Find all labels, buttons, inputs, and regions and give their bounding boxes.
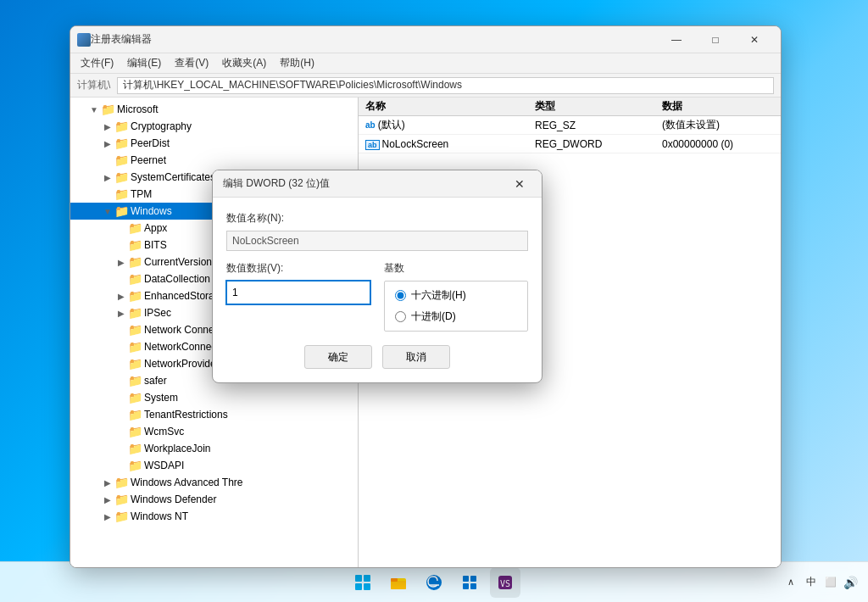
dialog-title-bar: 编辑 DWORD (32 位)值 ✕	[213, 170, 542, 198]
windows-logo	[355, 575, 370, 590]
start-button[interactable]	[348, 567, 378, 598]
tree-item-microsoft[interactable]: ▼ 📁 Microsoft	[70, 101, 358, 118]
expand-currentversion: ▶	[114, 255, 128, 269]
tree-item-tenantrestrictions[interactable]: ▶ 📁 TenantRestrictions	[70, 406, 358, 423]
expand-systemcertificates: ▶	[101, 170, 114, 184]
store-button[interactable]	[454, 567, 485, 598]
header-type: 类型	[528, 99, 655, 114]
radio-hex-label[interactable]: 十六进制(H)	[411, 288, 466, 303]
svg-rect-2	[391, 578, 398, 582]
tree-item-wcmsvc[interactable]: ▶ 📁 WcmSvc	[70, 423, 358, 440]
close-button[interactable]: ✕	[735, 26, 774, 53]
address-bar: 计算机\ 计算机\HKEY_LOCAL_MACHINE\SOFTWARE\Pol…	[70, 74, 781, 98]
folder-icon-tpm: 📁	[114, 187, 128, 201]
desktop: 注册表编辑器 — □ ✕ 文件(F) 编辑(E) 查看(V) 收藏夹(A) 帮助…	[0, 0, 868, 602]
expand-ipsec: ▶	[114, 306, 128, 320]
dialog-value-col: 数值数据(V):	[226, 261, 370, 332]
taskbar-right: ∧ 中 ⬜ 🔊	[784, 575, 861, 589]
menu-edit[interactable]: 编辑(E)	[120, 54, 168, 72]
expand-microsoft: ▼	[87, 103, 101, 116]
dialog-title: 编辑 DWORD (32 位)值	[223, 176, 508, 191]
expand-datacollection: ▶	[114, 272, 128, 286]
devhome-button[interactable]: VS	[490, 567, 520, 598]
maximize-button[interactable]: □	[696, 26, 735, 53]
tree-item-windowsnt[interactable]: ▶ 📁 Windows NT	[70, 508, 358, 525]
tree-item-windowsadvanced[interactable]: ▶ 📁 Windows Advanced Thre	[70, 474, 358, 491]
minimize-button[interactable]: —	[657, 26, 696, 53]
language-indicator[interactable]: 中	[801, 575, 821, 589]
expand-windowsadvanced: ▶	[101, 476, 114, 489]
tree-item-peernet[interactable]: ▶ 📁 Peernet	[70, 152, 358, 169]
taskbar-center: VS	[348, 567, 520, 598]
folder-icon-wsdapi: 📁	[128, 459, 142, 472]
menu-bar: 文件(F) 编辑(E) 查看(V) 收藏夹(A) 帮助(H)	[70, 53, 781, 74]
menu-favorites[interactable]: 收藏夹(A)	[215, 54, 273, 72]
folder-icon-enhancedstorage: 📁	[128, 289, 142, 303]
expand-peerdist: ▶	[101, 137, 114, 150]
folder-icon-networkproviders: 📁	[128, 357, 142, 371]
radio-hex-row: 十六进制(H)	[395, 288, 517, 303]
file-explorer-button[interactable]	[383, 567, 414, 598]
folder-icon-microsoft: 📁	[101, 103, 114, 116]
menu-file[interactable]: 文件(F)	[74, 54, 120, 72]
value-name-default: ab(默认)	[359, 118, 528, 132]
title-bar: 注册表编辑器 — □ ✕	[70, 26, 781, 53]
values-header: 名称 类型 数据	[359, 98, 781, 116]
dialog-body: 数值名称(N): 数值数据(V): 基数 十六进制(H	[213, 198, 542, 382]
expand-wsdapi: ▶	[114, 459, 128, 472]
folder-icon-ipsec: 📁	[128, 306, 142, 320]
dialog-close-button[interactable]: ✕	[508, 172, 531, 196]
edit-dword-dialog: 编辑 DWORD (32 位)值 ✕ 数值名称(N): 数值数据(V): 基数	[212, 170, 542, 383]
expand-cryptography: ▶	[101, 120, 114, 133]
address-path[interactable]: 计算机\HKEY_LOCAL_MACHINE\SOFTWARE\Policies…	[117, 77, 774, 94]
cancel-button[interactable]: 取消	[382, 345, 450, 369]
expand-networkconnect: ▶	[114, 323, 128, 337]
dialog-row: 数值数据(V): 基数 十六进制(H)	[226, 261, 528, 332]
radio-dec-row: 十进制(D)	[395, 309, 517, 324]
menu-view[interactable]: 查看(V)	[168, 54, 215, 72]
dialog-base-col: 基数 十六进制(H) 十进制(D)	[384, 261, 528, 332]
tree-item-peerdist[interactable]: ▶ 📁 PeerDist	[70, 135, 358, 152]
folder-icon-appx: 📁	[128, 221, 142, 235]
folder-icon-system: 📁	[128, 391, 142, 404]
svg-rect-7	[470, 583, 476, 589]
expand-workplacejoin: ▶	[114, 442, 128, 455]
title-bar-buttons: — □ ✕	[657, 26, 774, 53]
folder-icon-datacollection: 📁	[128, 272, 142, 286]
tree-item-workplacejoin[interactable]: ▶ 📁 WorkplaceJoin	[70, 440, 358, 457]
svg-rect-4	[463, 576, 469, 582]
tree-item-wsdapi[interactable]: ▶ 📁 WSDAPI	[70, 457, 358, 474]
speaker-icon[interactable]: 🔊	[840, 576, 861, 589]
file-explorer-icon	[390, 574, 407, 591]
expand-windowsnt: ▶	[101, 510, 114, 523]
screen-icon[interactable]: ⬜	[825, 577, 837, 588]
chevron-up-icon[interactable]: ∧	[784, 577, 798, 588]
folder-icon-windowsadvanced: 📁	[114, 476, 128, 489]
dialog-value-input[interactable]	[226, 281, 370, 304]
radio-hex[interactable]	[395, 290, 406, 301]
value-name-nolock: abNoLockScreen	[359, 138, 528, 150]
tree-item-windowsdefender[interactable]: ▶ 📁 Windows Defender	[70, 491, 358, 508]
tree-item-cryptography[interactable]: ▶ 📁 Cryptography	[70, 118, 358, 135]
edge-button[interactable]	[419, 567, 449, 598]
expand-windows: ▼	[101, 204, 114, 218]
radio-dec[interactable]	[395, 311, 406, 322]
dialog-name-input[interactable]	[226, 231, 528, 251]
folder-icon-tenantrestrictions: 📁	[128, 408, 142, 421]
expand-bits: ▶	[114, 238, 128, 252]
expand-enhancedstorage: ▶	[114, 289, 128, 303]
menu-help[interactable]: 帮助(H)	[273, 54, 321, 72]
value-row-default[interactable]: ab(默认) REG_SZ (数值未设置)	[359, 116, 781, 135]
folder-icon-peernet: 📁	[114, 153, 128, 167]
folder-icon-systemcertificates: 📁	[114, 170, 128, 184]
folder-icon-peerdist: 📁	[114, 137, 128, 150]
expand-wcmsvc: ▶	[114, 425, 128, 438]
tree-item-system[interactable]: ▶ 📁 System	[70, 389, 358, 406]
ok-button[interactable]: 确定	[304, 345, 372, 369]
value-row-nolock[interactable]: abNoLockScreen REG_DWORD 0x00000000 (0)	[359, 135, 781, 153]
folder-icon-safer: 📁	[128, 374, 142, 387]
dialog-name-label: 数值名称(N):	[226, 211, 528, 226]
regedit-icon	[77, 33, 91, 47]
folder-icon-windowsnt: 📁	[114, 510, 128, 523]
radio-dec-label[interactable]: 十进制(D)	[411, 309, 456, 324]
